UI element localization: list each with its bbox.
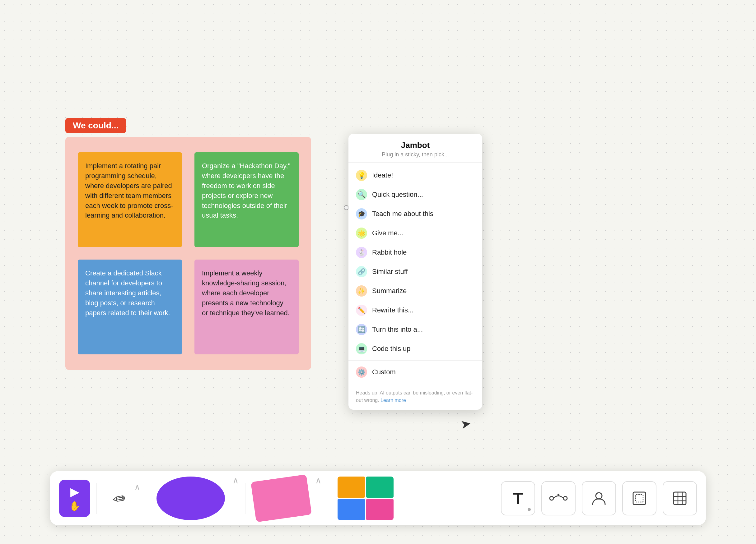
jambot-item-rabbit-hole[interactable]: 🐇 Rabbit hole: [348, 243, 482, 262]
jambot-title: Jambot: [357, 141, 474, 150]
turn-into-icon: 🔄: [356, 324, 367, 335]
frame-container: Implement a rotating pair programming sc…: [65, 137, 311, 370]
custom-icon: ⚙️: [356, 366, 367, 378]
ideate-label: Ideate!: [372, 171, 393, 179]
rewrite-label: Rewrite this...: [372, 306, 413, 314]
pink-expand-button[interactable]: ∧: [314, 471, 322, 486]
jambot-footer-text: Heads up: AI outputs can be misleading, …: [356, 390, 473, 403]
select-icon: ▶: [70, 485, 79, 499]
svg-rect-6: [674, 492, 686, 504]
rewrite-icon: ✏️: [356, 304, 367, 316]
summarize-icon: ✨: [356, 285, 367, 296]
stickies-preview[interactable]: [338, 477, 394, 520]
similar-stuff-label: Similar stuff: [372, 268, 408, 276]
thumb-cell-1: [338, 477, 365, 498]
pencil-tool-wrap: ✏ ∧: [103, 480, 141, 517]
svg-rect-5: [636, 495, 643, 502]
pencil-expand-button[interactable]: ∧: [134, 480, 141, 492]
toolbar-separator-3: [245, 483, 245, 514]
jambot-item-teach-me[interactable]: 🎓 Teach me about this: [348, 204, 482, 224]
sticky-4[interactable]: Implement a weekly knowledge-sharing ses…: [194, 260, 299, 354]
pencil-tool-button[interactable]: ✏: [103, 480, 134, 517]
jambot-subtitle: Plug in a sticky, then pick...: [357, 151, 474, 158]
jambot-item-quick-question[interactable]: 🔍 Quick question...: [348, 185, 482, 204]
svg-rect-4: [633, 492, 646, 504]
jambot-item-summarize[interactable]: ✨ Summarize: [348, 281, 482, 300]
jambot-popup: Jambot Plug in a sticky, then pick... 💡 …: [348, 134, 482, 410]
sticky-4-text: Implement a weekly knowledge-sharing ses…: [202, 269, 290, 317]
frame-tool-button[interactable]: [622, 481, 656, 515]
right-tools: T: [501, 481, 697, 515]
jambot-item-custom[interactable]: ⚙️ Custom: [348, 362, 482, 382]
thumb-cell-2: [366, 477, 394, 498]
jambot-item-rewrite[interactable]: ✏️ Rewrite this...: [348, 300, 482, 320]
jambot-menu: 💡 Ideate! 🔍 Quick question... 🎓 Teach me…: [348, 163, 482, 385]
teach-me-icon: 🎓: [356, 208, 367, 220]
jambot-learn-more-link[interactable]: Learn more: [380, 397, 406, 403]
svg-point-0: [550, 496, 553, 500]
custom-label: Custom: [372, 368, 396, 376]
sticky-3[interactable]: Create a dedicated Slack channel for dev…: [78, 260, 182, 354]
frame-icon: [631, 490, 647, 506]
frame-label: We could...: [65, 118, 126, 133]
board-area: We could... Implement a rotating pair pr…: [65, 118, 314, 370]
pink-shape-preview[interactable]: [251, 474, 312, 522]
thumb-cell-3: [338, 499, 365, 520]
connector-icon: [549, 492, 568, 504]
jambot-header: Jambot Plug in a sticky, then pick...: [348, 134, 482, 163]
sticky-2-text: Organize a "Hackathon Day," where develo…: [202, 162, 290, 219]
jambot-item-ideate[interactable]: 💡 Ideate!: [348, 166, 482, 185]
pencil-icon: ✏: [110, 488, 126, 508]
toolbar-separator-4: [328, 483, 328, 514]
sticky-1[interactable]: Implement a rotating pair programming sc…: [78, 152, 182, 247]
sticky-2[interactable]: Organize a "Hackathon Day," where develo…: [194, 152, 299, 247]
text-tool-button[interactable]: T: [501, 481, 535, 515]
purple-expand-button[interactable]: ∧: [231, 471, 239, 486]
bottom-toolbar: ▶ ✋ ✏ ∧ ∧ ∧ T: [50, 471, 706, 525]
cursor: ➤: [459, 416, 472, 431]
quick-question-label: Quick question...: [372, 191, 423, 199]
jambot-item-turn-into[interactable]: 🔄 Turn this into a...: [348, 320, 482, 339]
turn-into-label: Turn this into a...: [372, 325, 423, 333]
toolbar-separator-1: [96, 483, 97, 514]
text-icon: T: [513, 490, 523, 507]
rabbit-hole-icon: 🐇: [356, 247, 367, 258]
jambot-footer: Heads up: AI outputs can be misleading, …: [348, 385, 482, 410]
ideate-icon: 💡: [356, 170, 367, 181]
teach-me-label: Teach me about this: [372, 210, 433, 218]
svg-point-3: [596, 493, 602, 499]
jambot-item-similar-stuff[interactable]: 🔗 Similar stuff: [348, 262, 482, 281]
svg-point-2: [558, 494, 559, 495]
code-this-up-icon: 💻: [356, 343, 367, 354]
rabbit-hole-label: Rabbit hole: [372, 249, 407, 257]
svg-point-1: [563, 496, 567, 500]
table-icon: [672, 490, 688, 506]
summarize-label: Summarize: [372, 287, 407, 295]
purple-shape-preview[interactable]: [156, 477, 225, 520]
sticky-3-text: Create a dedicated Slack channel for dev…: [85, 269, 170, 317]
connection-dot: [344, 205, 349, 210]
avatar-tool-button[interactable]: [582, 481, 616, 515]
table-tool-button[interactable]: [663, 481, 697, 515]
connector-tool-button[interactable]: [541, 481, 576, 515]
text-dot: [528, 508, 531, 511]
stickies-thumb-grid: [338, 477, 394, 520]
select-tool-button[interactable]: ▶ ✋: [59, 480, 90, 517]
quick-question-icon: 🔍: [356, 189, 367, 200]
sticky-1-text: Implement a rotating pair programming sc…: [85, 162, 173, 219]
similar-stuff-icon: 🔗: [356, 266, 367, 277]
thumb-cell-4: [366, 499, 394, 520]
hand-icon: ✋: [69, 500, 81, 511]
jambot-item-give-me[interactable]: 🌟 Give me...: [348, 224, 482, 243]
avatar-icon: [591, 490, 607, 506]
give-me-icon: 🌟: [356, 228, 367, 239]
jambot-item-code-this-up[interactable]: 💻 Code this up: [348, 339, 482, 358]
code-this-up-label: Code this up: [372, 345, 411, 353]
give-me-label: Give me...: [372, 229, 403, 237]
